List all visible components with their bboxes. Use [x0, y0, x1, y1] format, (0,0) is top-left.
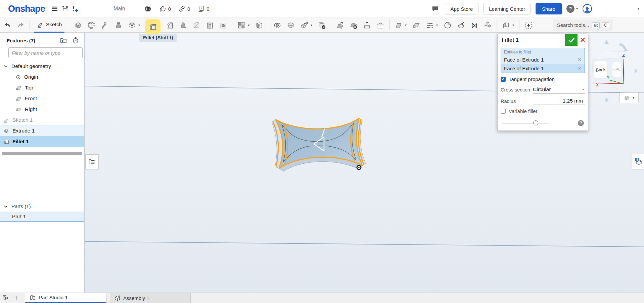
import-derived-button[interactable] — [456, 19, 465, 32]
variable-fillet-checkbox[interactable] — [501, 109, 506, 114]
fillet-button[interactable] — [145, 19, 160, 35]
boolean-button[interactable] — [273, 19, 282, 32]
linear-pattern-button[interactable] — [237, 19, 246, 32]
sheet-metal-button[interactable] — [501, 19, 510, 32]
tree-item-label: Right — [25, 106, 37, 112]
split-button[interactable] — [286, 19, 295, 32]
sketch-button[interactable]: Sketch — [34, 18, 64, 33]
dialog-help-icon[interactable]: ? — [578, 120, 584, 126]
header-overflow-chevron-icon[interactable]: ▾ — [638, 7, 639, 10]
sheet-metal-menu-chevron-icon[interactable]: ▾ — [511, 24, 515, 27]
rollback-history-button[interactable] — [72, 37, 80, 44]
pattern-menu-chevron-icon[interactable]: ▾ — [247, 24, 250, 27]
search-tools[interactable]: Search tools... alt C — [553, 20, 613, 31]
share-button[interactable]: Share — [536, 3, 562, 14]
shell-button[interactable] — [205, 19, 214, 32]
custom-feature-button[interactable] — [524, 19, 533, 32]
variable-button[interactable]: (x) — [470, 19, 479, 32]
slider-handle[interactable] — [533, 120, 538, 125]
tab-part-studio-1[interactable]: Part Studio 1 — [25, 293, 106, 303]
hole-button[interactable] — [219, 19, 228, 32]
tangent-propagation-checkbox[interactable]: ✔ — [501, 77, 506, 82]
tab-assembly-1[interactable]: Assembly 1 — [110, 293, 191, 303]
replace-face-button[interactable] — [376, 19, 385, 32]
main-menu-button[interactable] — [50, 3, 60, 14]
help-menu[interactable]: ? ▾ — [566, 5, 578, 13]
part-list-item[interactable]: Part 1 — [0, 212, 84, 222]
sweep-button[interactable] — [100, 19, 109, 32]
fillet-dialog-header[interactable]: Fillet 1 ✕ — [498, 34, 588, 46]
accept-button[interactable] — [565, 34, 578, 46]
partial-revolve-button[interactable] — [443, 19, 452, 32]
tree-item-origin[interactable]: Origin — [0, 72, 84, 82]
parts-header[interactable]: Parts (1) — [0, 201, 84, 212]
z-axis-label: Z — [622, 53, 625, 58]
user-avatar[interactable] — [583, 4, 592, 13]
cross-section-select[interactable]: Circular ▾ — [533, 86, 585, 93]
surface-tools-button[interactable] — [394, 19, 403, 32]
tree-item-sketch-1[interactable]: Sketch 1 — [0, 115, 84, 125]
remove-entity-icon[interactable]: ✕ — [578, 57, 582, 62]
transform-menu-chevron-icon[interactable]: ▾ — [310, 24, 313, 27]
transform-button[interactable] — [300, 19, 309, 32]
selection-target-marker[interactable] — [357, 165, 361, 169]
tree-item-top-plane[interactable]: Top — [0, 82, 84, 93]
instances-button[interactable] — [483, 19, 492, 32]
copy-document-icon — [197, 5, 205, 12]
helix-menu-chevron-icon[interactable]: ▾ — [435, 24, 439, 27]
public-document-button[interactable] — [144, 5, 152, 13]
app-store-button[interactable]: App Store — [445, 3, 479, 14]
tree-item-extrude-1[interactable]: Extrude 1 — [0, 125, 84, 136]
delete-face-button[interactable] — [349, 19, 358, 32]
thicken-menu-chevron-icon[interactable]: ▾ — [137, 24, 141, 27]
move-boundary-button[interactable] — [362, 19, 371, 32]
rib-button[interactable] — [192, 19, 201, 32]
new-folder-button[interactable] — [59, 37, 67, 44]
entity-list-item[interactable]: Face of Extrude 1 ✕ — [501, 55, 585, 64]
learning-center-button[interactable]: Learning Center — [483, 3, 531, 14]
move-face-button[interactable] — [335, 19, 344, 32]
copies-button[interactable]: 0 — [197, 5, 209, 12]
add-tab-button[interactable] — [11, 293, 21, 303]
undo-button[interactable] — [3, 19, 12, 32]
feature-list-flyout-button[interactable] — [85, 154, 99, 169]
remove-entity-icon[interactable]: ✕ — [578, 66, 582, 71]
feedback-button[interactable] — [430, 3, 440, 14]
tree-item-front-plane[interactable]: Front — [0, 93, 84, 104]
radius-input[interactable]: 1.25 mm — [533, 98, 585, 105]
insert-new-element-button[interactable] — [70, 3, 80, 14]
revolve-button[interactable] — [87, 19, 96, 32]
versions-button[interactable] — [60, 3, 70, 14]
loft-button[interactable] — [114, 19, 123, 32]
surface-menu-chevron-icon[interactable]: ▾ — [404, 24, 407, 27]
mirror-button[interactable] — [255, 19, 264, 32]
tangent-propagation-label: Tangent propagation — [509, 76, 555, 82]
like-button[interactable]: 0 — [159, 5, 171, 12]
delete-part-button[interactable] — [317, 19, 326, 32]
parts-list-flyout-button[interactable] — [632, 154, 644, 169]
onshape-logo[interactable]: Onshape — [8, 4, 45, 14]
link-button[interactable]: 0 — [178, 5, 190, 12]
fill-surface-button[interactable] — [412, 19, 421, 32]
thicken-button[interactable] — [127, 19, 136, 32]
tab-manager-button[interactable] — [0, 293, 11, 303]
tree-item-right-plane[interactable]: Right — [0, 104, 84, 115]
entity-list-item[interactable]: Face of Extrude 1 ✕ — [501, 64, 585, 73]
person-icon — [584, 6, 591, 13]
part-3d-model[interactable] — [271, 116, 376, 174]
tree-item-default-geometry[interactable]: Default geometry — [0, 61, 84, 72]
workspace-name[interactable]: Main — [113, 6, 125, 12]
assembly-icon — [114, 295, 121, 301]
extrude-button[interactable] — [74, 19, 83, 32]
helix-button[interactable] — [425, 19, 434, 32]
draft-button[interactable] — [178, 19, 187, 32]
slider-track[interactable] — [502, 123, 549, 123]
tree-item-fillet-1[interactable]: Fillet 1 — [0, 136, 84, 147]
features-scrollbar[interactable] — [2, 152, 82, 155]
cancel-button[interactable]: ✕ — [578, 34, 588, 46]
filter-input[interactable] — [8, 47, 83, 58]
redo-button[interactable] — [16, 19, 25, 32]
chamfer-button[interactable] — [165, 19, 174, 32]
sheet-metal-icon — [502, 21, 510, 30]
view-options-button[interactable]: ▾ — [619, 92, 639, 103]
